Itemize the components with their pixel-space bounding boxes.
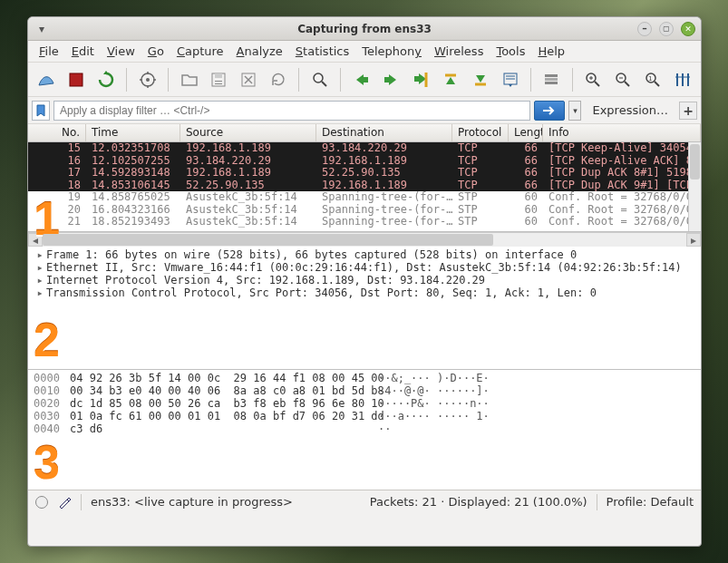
stop-capture-button[interactable] xyxy=(63,66,90,93)
packet-row[interactable]: 1914.858765025AsustekC_3b:5f:14Spanning-… xyxy=(28,191,701,204)
svg-line-36 xyxy=(655,82,659,86)
col-no[interactable]: No. xyxy=(28,124,86,141)
expand-icon[interactable]: ▸ xyxy=(34,248,46,261)
zoom-out-button[interactable] xyxy=(610,66,636,93)
svg-rect-9 xyxy=(215,81,222,82)
svg-rect-17 xyxy=(384,77,390,83)
packet-list-header[interactable]: No. Time Source Destination Protocol Len… xyxy=(28,124,701,142)
svg-point-2 xyxy=(146,78,150,82)
svg-line-29 xyxy=(595,82,599,86)
detail-row[interactable]: ▸Ethernet II, Src: Vmware_16:44:f1 (00:0… xyxy=(28,261,701,274)
menu-telephony[interactable]: Telephony xyxy=(356,43,427,60)
zoom-reset-button[interactable]: 1 xyxy=(639,66,665,93)
detail-row[interactable]: ▸Frame 1: 66 bytes on wire (528 bits), 6… xyxy=(28,248,701,261)
maximize-button[interactable] xyxy=(659,22,674,36)
find-button[interactable] xyxy=(306,66,333,93)
toolbar: 1 xyxy=(28,63,701,97)
svg-rect-16 xyxy=(363,77,368,83)
save-file-button[interactable] xyxy=(206,66,232,93)
packet-row[interactable]: 2016.804323166AsustekC_3b:5f:14Spanning-… xyxy=(28,204,701,217)
edit-capture-comment-icon[interactable] xyxy=(57,495,72,510)
annotation-3: 3 xyxy=(34,435,60,490)
packet-list-pane: No. Time Source Destination Protocol Len… xyxy=(28,124,701,232)
menu-statistics[interactable]: Statistics xyxy=(290,43,354,60)
menu-edit[interactable]: Edit xyxy=(66,43,100,60)
expand-icon[interactable]: ▸ xyxy=(34,261,46,274)
resize-columns-button[interactable] xyxy=(669,66,695,93)
go-first-button[interactable] xyxy=(438,66,464,93)
filter-history-dropdown[interactable]: ▾ xyxy=(568,101,581,121)
col-source[interactable]: Source xyxy=(180,124,316,141)
menu-analyze[interactable]: Analyze xyxy=(231,43,288,60)
packet-row[interactable]: 1814.85310614552.25.90.135192.168.1.189T… xyxy=(28,180,701,192)
go-to-packet-button[interactable] xyxy=(408,66,434,93)
menu-wireless[interactable]: Wireless xyxy=(429,43,489,60)
col-destination[interactable]: Destination xyxy=(316,124,452,141)
bookmark-filter-icon[interactable] xyxy=(32,101,50,121)
expand-icon[interactable]: ▸ xyxy=(34,274,46,286)
close-file-button[interactable] xyxy=(236,66,262,93)
display-filter-input[interactable] xyxy=(53,101,530,121)
reload-button[interactable] xyxy=(266,66,292,93)
expression-button[interactable]: Expression… xyxy=(585,102,675,119)
window-title: Capturing from ens33 xyxy=(28,23,701,35)
zoom-in-button[interactable] xyxy=(580,66,607,93)
svg-rect-26 xyxy=(545,78,558,81)
colorize-button[interactable] xyxy=(539,66,565,93)
packet-row[interactable]: 2118.852193493AsustekC_3b:5f:14Spanning-… xyxy=(28,216,701,228)
svg-rect-18 xyxy=(414,76,420,82)
menu-file[interactable]: File xyxy=(34,43,64,60)
hex-row[interactable]: 0020dc 1d 85 08 00 50 26 ca b3 f8 eb f8 … xyxy=(28,397,701,410)
col-time[interactable]: Time xyxy=(86,124,180,141)
add-filter-button[interactable]: + xyxy=(679,102,697,120)
hex-row[interactable]: 003001 0a fc 61 00 00 01 01 08 0a bf d7 … xyxy=(28,410,701,422)
hex-row[interactable]: 000004 92 26 3b 5f 14 00 0c 29 16 44 f1 … xyxy=(28,372,701,384)
wireshark-window: ▾ Capturing from ens33 File Edit View Go… xyxy=(27,16,702,547)
menubar: File Edit View Go Capture Analyze Statis… xyxy=(28,41,701,63)
expert-info-icon[interactable] xyxy=(35,496,48,509)
menu-go[interactable]: Go xyxy=(142,43,170,60)
svg-rect-25 xyxy=(545,74,558,77)
col-protocol[interactable]: Protocol xyxy=(452,124,509,141)
packet-row[interactable]: 1612.10250725593.184.220.29192.168.1.189… xyxy=(28,155,701,168)
status-packet-counts: Packets: 21 · Displayed: 21 (100.0%) xyxy=(370,495,587,509)
menu-tools[interactable]: Tools xyxy=(490,43,530,60)
statusbar: ens33: <live capture in progress> Packet… xyxy=(28,490,701,513)
go-back-button[interactable] xyxy=(348,66,374,93)
svg-line-15 xyxy=(322,82,326,86)
hex-row[interactable]: 0040c3 d6·· xyxy=(28,422,701,435)
close-button[interactable] xyxy=(681,22,695,36)
packet-row[interactable]: 1512.032351708192.168.1.18993.184.220.29… xyxy=(28,142,701,155)
svg-rect-0 xyxy=(70,73,83,86)
detail-row[interactable]: ▸Internet Protocol Version 4, Src: 192.1… xyxy=(28,274,701,286)
menu-capture[interactable]: Capture xyxy=(171,43,229,60)
open-file-button[interactable] xyxy=(176,66,202,93)
packet-list-vscroll[interactable] xyxy=(688,142,701,231)
expand-icon[interactable]: ▸ xyxy=(34,286,46,299)
packet-bytes-pane[interactable]: 000004 92 26 3b 5f 14 00 0c 29 16 44 f1 … xyxy=(28,370,701,490)
go-last-button[interactable] xyxy=(467,66,493,93)
restart-capture-button[interactable] xyxy=(93,66,120,93)
col-info[interactable]: Info xyxy=(543,124,701,141)
titlebar[interactable]: ▾ Capturing from ens33 xyxy=(28,17,701,41)
svg-text:1: 1 xyxy=(648,75,652,83)
apply-filter-button[interactable] xyxy=(534,101,565,121)
col-length[interactable]: Length xyxy=(509,124,543,141)
svg-rect-27 xyxy=(545,82,558,84)
detail-row[interactable]: ▸Transmission Control Protocol, Src Port… xyxy=(28,286,701,299)
hscroll-right-icon[interactable]: ▸ xyxy=(686,233,701,247)
auto-scroll-button[interactable] xyxy=(497,66,523,93)
packet-row[interactable]: 1714.592893148192.168.1.18952.25.90.135T… xyxy=(28,167,701,180)
svg-rect-8 xyxy=(215,73,222,78)
packet-details-pane[interactable]: ▸Frame 1: 66 bytes on wire (528 bits), 6… xyxy=(28,247,701,370)
menu-help[interactable]: Help xyxy=(532,43,570,60)
capture-options-button[interactable] xyxy=(134,66,160,93)
packet-list-hscroll[interactable]: ◂ ▸ xyxy=(28,232,701,247)
go-forward-button[interactable] xyxy=(378,66,404,93)
minimize-button[interactable] xyxy=(637,22,652,36)
status-profile[interactable]: Profile: Default xyxy=(607,495,694,509)
svg-line-33 xyxy=(625,82,629,86)
menu-view[interactable]: View xyxy=(102,43,141,60)
shark-fin-icon[interactable] xyxy=(34,66,60,93)
hex-row[interactable]: 001000 34 b3 e0 40 00 40 06 8a a8 c0 a8 … xyxy=(28,384,701,397)
